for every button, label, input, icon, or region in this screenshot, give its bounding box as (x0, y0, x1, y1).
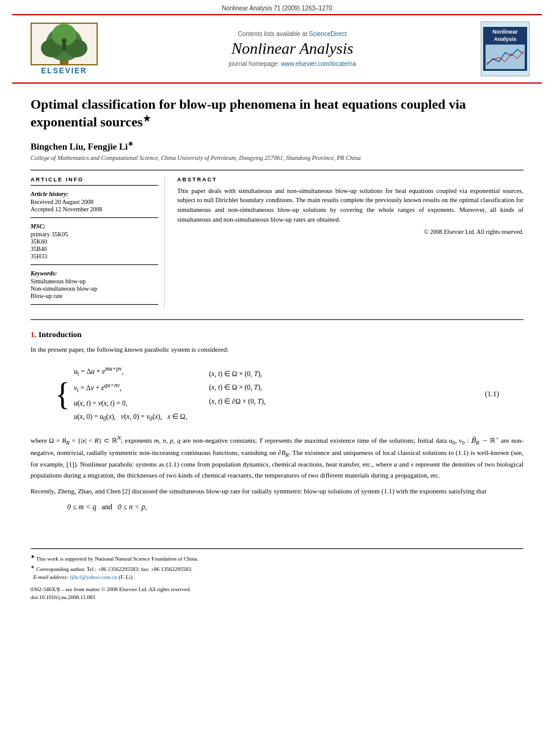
divider (31, 170, 523, 170)
footnote-email-link[interactable]: fjlhcl@yahoo.com.cn (70, 574, 117, 580)
science-direct-link[interactable]: ScienceDirect (309, 31, 347, 37)
doi-line: 0362-546X/$ – see front matter © 2008 El… (31, 586, 523, 594)
doi-number-line: doi:10.1016/j.na.2008.11.083 (31, 594, 523, 602)
footnote-3: E-mail address: fjlhcl@yahoo.com.cn (F. … (31, 573, 523, 582)
footnote-2-star: ∗ (31, 564, 35, 570)
footnote-1-star: ★ (31, 554, 35, 559)
equation-conditions: (x, t) ∈ Ω × (0, T), (x, t) ∈ Ω × (0, T)… (209, 367, 265, 422)
equation-system: { ut = Δu + emu+pv, vt = Δv + equ+nv, u(… (55, 363, 266, 425)
svg-point-6 (62, 38, 67, 43)
footnote-1-text: This work is supported by National Natur… (36, 556, 199, 562)
history-label: Article history: (31, 191, 158, 197)
elsevier-tree-icon (31, 23, 98, 65)
msc3: 35H33 (31, 253, 158, 260)
footnote-2: ∗ Corresponding author. Tel.: +86 135622… (31, 564, 523, 574)
journal-cover-image: NonlinearAnalysis (481, 21, 530, 76)
title-text: Optimal classification for blow-up pheno… (31, 96, 466, 129)
journal-header: ELSEVIER Contents lists available at Sci… (12, 14, 542, 84)
intro-para1: In the present paper, the following know… (31, 344, 523, 355)
footnote-area: ★ This work is supported by National Nat… (31, 548, 523, 602)
title-star: ★ (143, 114, 151, 123)
affiliation: College of Mathematics and Computational… (31, 154, 523, 161)
abstract-text: This paper deals with simultaneous and n… (177, 186, 523, 225)
info-divider4 (31, 304, 158, 305)
doi-number: doi:10.1016/j.na.2008.11.083 (31, 594, 95, 600)
homepage-prefix: journal homepage: (228, 60, 281, 67)
msc1: 35K60 (31, 238, 158, 245)
section-1-heading: 1. Introduction (31, 330, 523, 340)
eq-line-1: ut = Δu + emu+pv, (74, 363, 187, 380)
eq-line-3: u(x, t) = v(x, t) = 0, (74, 396, 187, 410)
journal-title-center: Contents lists available at ScienceDirec… (110, 31, 475, 67)
received-line: Received 20 August 2008 (31, 198, 158, 205)
msc-primary: primary 35K05 (31, 231, 158, 238)
left-brace-icon: { (55, 379, 70, 410)
intro-para2: where Ω = BR = {|x| < R} ⊂ ℝN; exponents… (31, 434, 523, 481)
info-divider3 (31, 264, 158, 265)
info-divider2 (31, 217, 158, 218)
abstract-section: ABSTRACT This paper deals with simultane… (177, 176, 523, 307)
science-direct-line: Contents lists available at ScienceDirec… (110, 31, 475, 37)
section-number: 1. (31, 330, 38, 339)
article-body: Optimal classification for blow-up pheno… (0, 84, 554, 614)
footnote-divider (31, 548, 523, 550)
intro-para3: Recently, Zheng, Zhao, and Chen [2] disc… (31, 486, 523, 497)
cover-inner: NonlinearAnalysis (483, 27, 527, 71)
msc2: 35B40 (31, 245, 158, 252)
svg-rect-7 (62, 43, 66, 51)
copyright-line: © 2008 Elsevier Ltd. All rights reserved… (177, 228, 523, 235)
footnote-3-email-label: E-mail address: (34, 574, 68, 580)
homepage-link[interactable]: www.elsevier.com/locate/na (281, 60, 356, 67)
section-title: Introduction (38, 330, 82, 339)
section-divider (31, 319, 523, 320)
authors-text: Bingchen Liu, Fengjie Li (31, 142, 128, 151)
cond-4 (209, 408, 265, 421)
eq-line-2: vt = Δv + equ+nv, (74, 380, 187, 396)
inequality-display: 0 ≤ m < q and 0 ≤ n < p, (67, 503, 523, 512)
footnote-2-text: Corresponding author. Tel.: +86 13562295… (36, 566, 192, 572)
science-direct-prefix: Contents lists available at (238, 31, 309, 37)
authors: Bingchen Liu, Fengjie Li∗ (31, 140, 523, 152)
footnote-name-note: (F. Li). (118, 574, 134, 580)
msc-label: MSC: (31, 223, 158, 230)
article-title: Optimal classification for blow-up pheno… (31, 96, 523, 131)
keywords-label: Keywords: (31, 270, 158, 277)
author-star: ∗ (128, 140, 133, 147)
equation-lines: ut = Δu + emu+pv, vt = Δv + equ+nv, u(x,… (74, 363, 187, 425)
kw1: Simultaneous blow-up (31, 278, 158, 285)
kw3: Blow-up rate (31, 293, 158, 299)
accepted-line: Accepted 12 November 2008 (31, 206, 158, 213)
abstract-heading: ABSTRACT (177, 176, 523, 183)
page-container: Nonlinear Analysis 71 (2009) 1263–1270 E… (0, 0, 554, 756)
cond-1: (x, t) ∈ Ω × (0, T), (209, 367, 265, 380)
equation-1-1: { ut = Δu + emu+pv, vt = Δv + equ+nv, u(… (55, 363, 499, 425)
elsevier-label: ELSEVIER (41, 67, 87, 75)
kw2: Non-simultaneous blow-up (31, 285, 158, 292)
article-info-heading: ARTICLE INFO (31, 176, 158, 183)
footnote-1: ★ This work is supported by National Nat… (31, 553, 523, 564)
info-divider (31, 185, 158, 186)
cond-2: (x, t) ∈ Ω × (0, T), (209, 380, 265, 394)
journal-main-title: Nonlinear Analysis (110, 40, 475, 58)
homepage-line: journal homepage: www.elsevier.com/locat… (110, 60, 475, 67)
eq-line-4: u(x, 0) = u0(x), v(x, 0) = v0(x), x ∈ Ω, (74, 410, 187, 425)
info-section: ARTICLE INFO Article history: Received 2… (31, 176, 523, 307)
cond-3: (x, t) ∈ ∂Ω × (0, T), (209, 394, 265, 408)
doi-text: 0362-546X/$ – see front matter © 2008 El… (31, 586, 191, 592)
equation-number: (1.1) (485, 390, 499, 399)
article-info: ARTICLE INFO Article history: Received 2… (31, 176, 165, 307)
journal-reference: Nonlinear Analysis 71 (2009) 1263–1270 (0, 0, 554, 14)
elsevier-logo: ELSEVIER (24, 23, 104, 75)
